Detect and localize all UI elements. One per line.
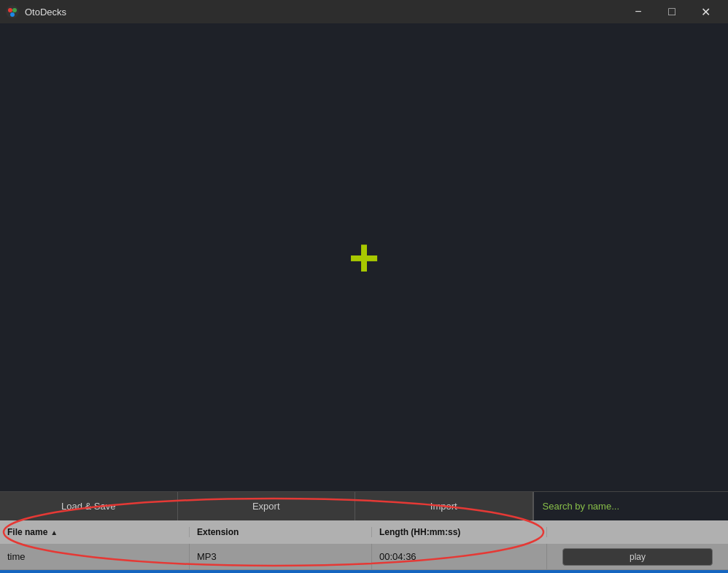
cell-length: 00:04:36 — [372, 544, 547, 569]
app-title: OtoDecks — [25, 7, 621, 18]
toolbar-row: Load & Save Export Import — [0, 491, 728, 520]
load-save-button[interactable]: Load & Save — [0, 492, 178, 520]
bottom-panel: Load & Save Export Import File name ▲ Ex… — [0, 491, 728, 570]
svg-point-2 — [12, 8, 17, 12]
search-input[interactable] — [533, 492, 729, 520]
cell-extension: MP3 — [190, 544, 372, 569]
title-bar: OtoDecks − □ ✕ — [0, 0, 728, 23]
sort-arrow-icon: ▲ — [50, 528, 58, 537]
play-button[interactable]: play — [562, 548, 712, 566]
track-list: time MP3 00:04:36 play — [0, 544, 728, 570]
cell-action: play — [547, 544, 728, 569]
svg-point-1 — [8, 8, 12, 12]
table-row: time MP3 00:04:36 play — [0, 544, 728, 570]
export-button[interactable]: Export — [178, 492, 356, 520]
cell-filename: time — [0, 544, 190, 569]
close-button[interactable]: ✕ — [689, 0, 722, 23]
column-header-length: Length (HH:mm:ss) — [372, 527, 547, 537]
import-button[interactable]: Import — [355, 492, 533, 520]
column-header-filename: File name ▲ — [0, 527, 190, 537]
svg-point-3 — [10, 12, 15, 17]
add-track-button[interactable]: + — [349, 231, 379, 284]
bottom-accent-bar — [0, 570, 728, 573]
main-content-area: + — [0, 23, 728, 491]
minimize-button[interactable]: − — [621, 0, 655, 23]
table-header: File name ▲ Extension Length (HH:mm:ss) — [0, 520, 728, 544]
app-icon — [6, 5, 19, 18]
window-controls: − □ ✕ — [621, 0, 722, 23]
column-header-extension: Extension — [190, 527, 372, 537]
maximize-button[interactable]: □ — [655, 0, 689, 23]
